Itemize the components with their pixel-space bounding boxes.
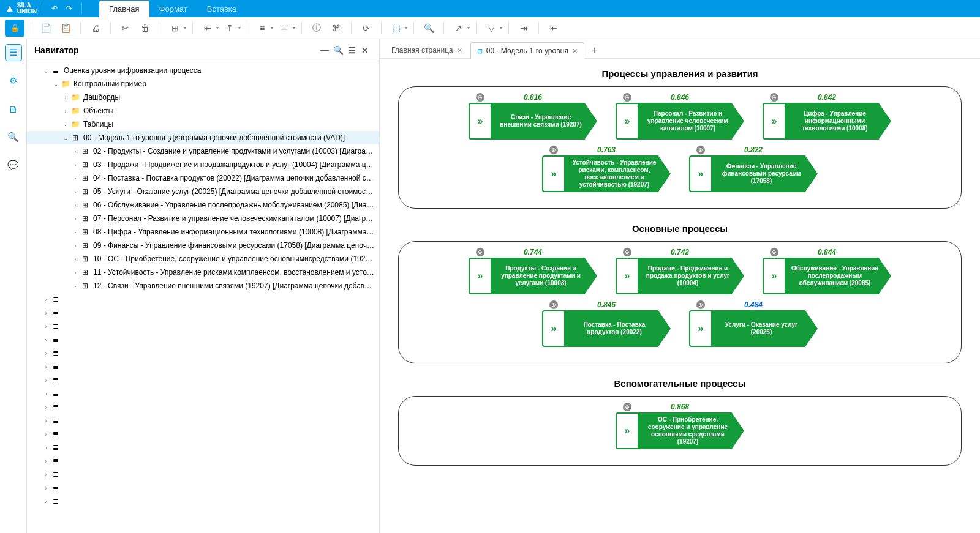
ribbon-tab-insert[interactable]: Вставка [197, 1, 246, 17]
zoom-button[interactable]: 🔍 [420, 20, 437, 37]
tree-item[interactable]: › ≣ [27, 333, 379, 346]
tree-caret-icon[interactable]: › [71, 215, 80, 222]
tree-caret-icon[interactable]: › [42, 431, 50, 438]
lock-button[interactable]: 🔒 [5, 20, 24, 37]
process-chevron[interactable]: ⊕ 0.816 » Связи - Управление внешними св… [469, 93, 597, 140]
filter-icon[interactable]: ☰ [345, 43, 358, 57]
tree-item[interactable]: › ≣ [27, 494, 379, 508]
align-h-button[interactable]: ⇤ [199, 20, 216, 37]
process-chevron[interactable]: ⊕ 0.868 » ОС - Приобретение, сооружение … [616, 403, 744, 449]
filter-button[interactable]: ▽ [483, 20, 500, 37]
tree-caret-icon[interactable]: › [42, 404, 50, 411]
close-icon[interactable]: ✕ [457, 47, 462, 54]
tree-item[interactable]: ⌄ 📁 Контрольный пример [27, 77, 379, 91]
tree-caret-icon[interactable]: ⌄ [61, 135, 70, 141]
process-chevron[interactable]: ⊕ 0.842 » Цифра - Управление информацион… [763, 93, 891, 140]
refresh-button[interactable]: ⟳ [358, 20, 375, 37]
tree-caret-icon[interactable]: › [42, 444, 50, 451]
tree-caret-icon[interactable]: › [42, 471, 50, 478]
tree-caret-icon[interactable]: › [71, 175, 80, 182]
rail-search-button[interactable]: 🔍 [5, 129, 22, 146]
process-chevron[interactable]: ⊕ 0.846 » Персонал - Развитие и управлен… [616, 93, 744, 140]
tree-caret-icon[interactable]: › [61, 108, 70, 114]
print-button[interactable]: 🖨 [87, 20, 104, 37]
tree-item[interactable]: › ⊞ 02 - Продукты - Создание и управлени… [27, 144, 379, 158]
export-button[interactable]: ⇤ [545, 20, 562, 37]
cut-button[interactable]: ✂ [117, 20, 134, 37]
tree-item[interactable]: › ⊞ 10 - ОС - Приобретение, сооружение и… [27, 252, 379, 266]
delete-button[interactable]: 🗑 [137, 20, 154, 37]
tree-caret-icon[interactable]: › [71, 242, 80, 249]
add-tab-button[interactable]: + [586, 42, 603, 58]
tree-item[interactable]: › 📁 Таблицы [27, 117, 379, 131]
tree-item[interactable]: › ≣ [27, 373, 379, 387]
tree-caret-icon[interactable]: › [42, 458, 50, 464]
tree-item[interactable]: › ⊞ 09 - Финансы - Управление финансовым… [27, 239, 379, 252]
tree-caret-icon[interactable]: › [71, 283, 80, 289]
tree-item[interactable]: › ≣ [27, 319, 379, 333]
tree-caret-icon[interactable]: › [42, 363, 50, 370]
close-icon[interactable]: ✕ [572, 47, 578, 55]
tree-caret-icon[interactable]: › [71, 256, 80, 263]
tree-item[interactable]: › 📁 Дашборды [27, 91, 379, 104]
tree-item[interactable]: › ⊞ 06 - Обслуживание - Управление после… [27, 198, 379, 212]
process-chevron[interactable]: ⊕ 0.484 » Услуги - Оказание услуг (20025… [689, 300, 818, 347]
align-left-button[interactable]: ≡ [254, 20, 271, 37]
tree-item[interactable]: › ≣ [27, 360, 379, 373]
canvas-tab-home[interactable]: Главная страница ✕ [385, 42, 469, 58]
tree-caret-icon[interactable]: › [42, 323, 50, 330]
tree-item[interactable]: › 📁 Объекты [27, 104, 379, 117]
tree-caret-icon[interactable]: ⌄ [42, 67, 50, 74]
process-chevron[interactable]: ⊕ 0.763 » Устойчивость - Управление риск… [542, 146, 671, 192]
align-v-button[interactable]: ⤒ [221, 20, 238, 37]
ribbon-tab-format[interactable]: Формат [149, 1, 197, 17]
rail-chat-button[interactable]: 💬 [5, 157, 22, 174]
line-style-button[interactable]: ═ [276, 20, 293, 37]
tree-item[interactable]: › ≣ [27, 306, 379, 319]
tree-caret-icon[interactable]: › [71, 269, 80, 276]
tree-item[interactable]: › ≣ [27, 454, 379, 468]
tree-item[interactable]: › ≣ [27, 481, 379, 494]
process-chevron[interactable]: ⊕ 0.844 » Обслуживание - Управление посл… [763, 248, 891, 294]
ribbon-tab-main[interactable]: Главная [99, 1, 149, 17]
redo-button[interactable]: ↷ [62, 1, 77, 16]
process-chevron[interactable]: ⊕ 0.822 » Финансы - Управление финансовы… [689, 146, 818, 192]
canvas-tab-model[interactable]: ⊞ 00 - Модель 1-го уровня ✕ [470, 42, 584, 59]
tree-caret-icon[interactable]: › [42, 337, 50, 343]
tree-item[interactable]: › ⊞ 07 - Персонал - Развитие и управлени… [27, 212, 379, 225]
rail-settings-button[interactable]: ⚙ [5, 72, 22, 89]
tree-caret-icon[interactable]: › [42, 350, 50, 357]
process-chevron[interactable]: ⊕ 0.742 » Продажи - Продвижение и продаж… [616, 248, 744, 294]
tree-caret-icon[interactable]: › [42, 390, 50, 397]
grid-button[interactable]: ⊞ [167, 20, 184, 37]
rail-document-button[interactable]: 🗎 [5, 100, 22, 117]
tree-item[interactable]: › ≣ [27, 468, 379, 481]
paste-button[interactable]: 📋 [57, 20, 74, 37]
hierarchy-button[interactable]: ⌘ [328, 20, 345, 37]
select-button[interactable]: ⬚ [388, 20, 405, 37]
tree-item[interactable]: › ≣ [27, 346, 379, 360]
tree-item[interactable]: › ⊞ 12 - Связи - Управление внешними свя… [27, 279, 379, 293]
copy-button[interactable]: 📄 [37, 20, 55, 37]
tree-item[interactable]: › ≣ [27, 427, 379, 441]
tree-item[interactable]: › ⊞ 08 - Цифра - Управление информационн… [27, 225, 379, 239]
tree-caret-icon[interactable]: › [42, 296, 50, 303]
process-chevron[interactable]: ⊕ 0.846 » Поставка - Поставка продуктов … [542, 300, 671, 347]
tree-caret-icon[interactable]: › [61, 121, 70, 128]
tree-item[interactable]: › ⊞ 11 - Устойчивость - Управление риска… [27, 266, 379, 279]
tree-item[interactable]: › ⊞ 05 - Услуги - Оказание услуг (20025)… [27, 185, 379, 198]
minimize-icon[interactable]: — [318, 43, 331, 57]
canvas-content[interactable]: Процессы управления и развития ⊕ 0.816 »… [380, 59, 980, 533]
tree-caret-icon[interactable]: › [42, 417, 50, 424]
tree-item[interactable]: › ⊞ 03 - Продажи - Продвижение и продажа… [27, 158, 379, 171]
tree-caret-icon[interactable]: › [42, 485, 50, 491]
close-icon[interactable]: ✕ [358, 43, 372, 57]
tree-item[interactable]: › ≣ [27, 441, 379, 454]
tree-item[interactable]: ⌄ ⊞ 00 - Модель 1-го уровня [Диаграмма ц… [27, 131, 379, 144]
info-button[interactable]: ⓘ [308, 20, 325, 37]
tree-caret-icon[interactable]: ⌄ [51, 81, 60, 88]
tree-caret-icon[interactable]: › [42, 310, 50, 316]
tree-caret-icon[interactable]: › [71, 148, 80, 155]
tree-caret-icon[interactable]: › [71, 202, 80, 209]
process-chevron[interactable]: ⊕ 0.744 » Продукты - Создание и управлен… [469, 248, 597, 294]
